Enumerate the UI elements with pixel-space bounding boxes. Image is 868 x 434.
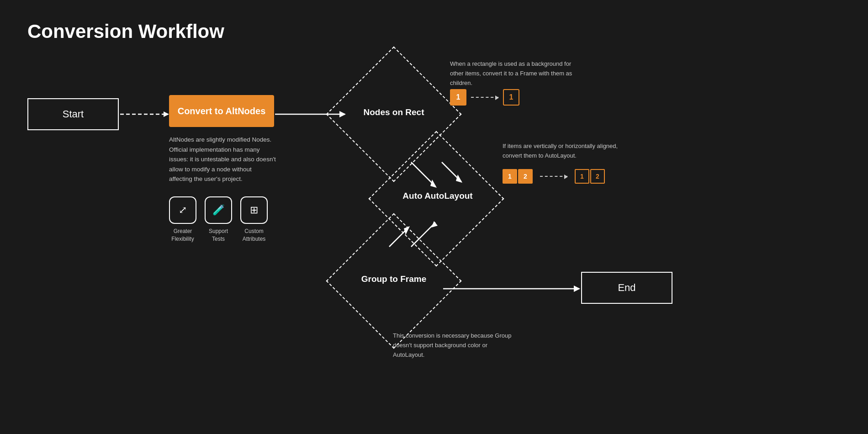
dashed-arrow-transform xyxy=(471,97,498,98)
attributes-icon-box: ⊞ xyxy=(240,196,268,224)
svg-marker-11 xyxy=(574,286,580,292)
feature-item-tests: 🧪 SupportTests xyxy=(205,196,232,243)
end-label: End xyxy=(618,282,635,294)
attributes-icon: ⊞ xyxy=(250,204,258,216)
flexibility-icon: ⤢ xyxy=(179,204,187,216)
callout-nodes-text: When a rectangle is used as a background… xyxy=(450,59,573,88)
start-label: Start xyxy=(63,108,84,120)
badges-before-auto: 1 2 xyxy=(503,169,533,184)
svg-marker-1 xyxy=(164,111,169,117)
feature-item-flexibility: ⤢ GreaterFlexibility xyxy=(169,196,196,243)
feature-item-attributes: ⊞ CustomAttributes xyxy=(240,196,268,243)
page-title: Conversion Workflow xyxy=(27,21,224,42)
tests-icon-box: 🧪 xyxy=(205,196,232,224)
attributes-label: CustomAttributes xyxy=(243,228,266,243)
flexibility-label: GreaterFlexibility xyxy=(171,228,194,243)
badges-after-auto: 1 2 xyxy=(575,169,605,184)
badge-auto-1-after: 1 xyxy=(575,169,589,184)
auto-autolayout-label: Auto AutoLayout xyxy=(383,191,492,201)
nodes-on-rect-label: Nodes on Rect xyxy=(346,107,442,117)
end-box: End xyxy=(581,272,672,304)
start-box: Start xyxy=(27,98,119,130)
badge-before: 1 xyxy=(450,89,466,106)
flexibility-icon-box: ⤢ xyxy=(169,196,196,224)
badge-auto-2-before: 2 xyxy=(518,169,533,184)
badge-auto-2-after: 2 xyxy=(590,169,605,184)
tests-label: SupportTests xyxy=(209,228,228,243)
dashed-arrow-auto-transform xyxy=(540,176,567,177)
callout-auto-text: If items are vertically or horizontally … xyxy=(503,142,630,161)
badge-auto-1-before: 1 xyxy=(503,169,517,184)
callout-nodes-visual: 1 1 xyxy=(450,89,519,106)
feature-icons: ⤢ GreaterFlexibility 🧪 SupportTests ⊞ Cu… xyxy=(169,196,268,243)
tests-icon: 🧪 xyxy=(212,204,225,216)
callout-auto-visual: 1 2 1 2 xyxy=(503,169,605,184)
convert-description: AltNodes are slightly modified Nodes. Of… xyxy=(169,135,276,184)
callout-group-text: This conversion is necessary because Gro… xyxy=(393,331,516,360)
convert-label: Convert to AltNodes xyxy=(178,106,266,116)
convert-box: Convert to AltNodes xyxy=(169,95,274,127)
group-to-frame-label: Group to Frame xyxy=(346,274,442,284)
badge-after: 1 xyxy=(503,89,519,106)
